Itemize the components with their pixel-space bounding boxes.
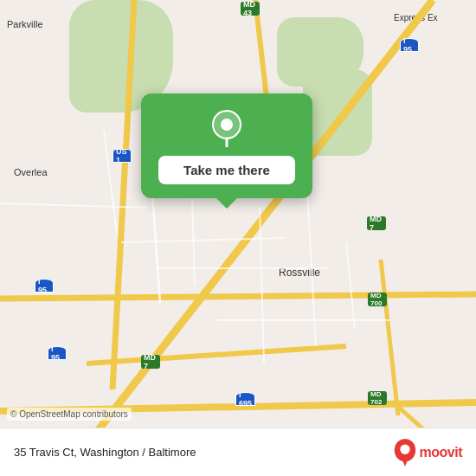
popup-card: Take me there [141, 93, 312, 198]
moovit-logo: moovit [394, 439, 462, 466]
svg-line-17 [104, 130, 117, 234]
take-me-there-button[interactable]: Take me there [158, 156, 295, 184]
svg-point-19 [221, 119, 233, 131]
bottom-bar: 35 Travis Ct, Washington / Baltimore moo… [0, 428, 476, 476]
svg-line-13 [346, 242, 355, 329]
svg-point-22 [400, 444, 409, 453]
location-pin-icon [208, 109, 246, 147]
moovit-text: moovit [420, 445, 462, 460]
moovit-pin-icon [394, 439, 416, 466]
osm-attribution: © OpenStreetMap contributors [7, 408, 132, 421]
svg-line-11 [260, 208, 264, 363]
svg-line-1 [113, 0, 134, 389]
address-label: 35 Travis Ct, Washington / Baltimore [14, 446, 196, 459]
map-container: US 1 I 95 I 95 I 95 MD 43 MD 7 MD 7 MD 7… [0, 0, 476, 476]
svg-line-5 [87, 346, 346, 363]
svg-line-2 [0, 294, 476, 299]
